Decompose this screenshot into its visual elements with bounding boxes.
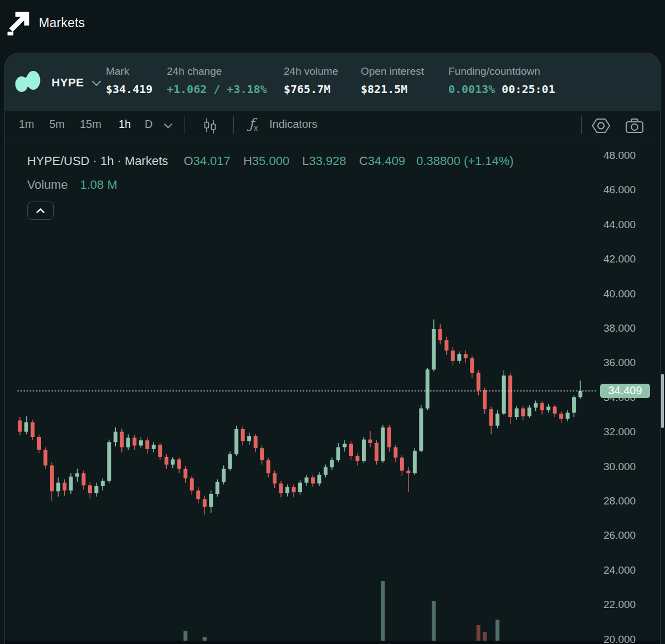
candle-body xyxy=(444,340,448,351)
candle-body xyxy=(375,443,378,461)
close-value: 34.409 xyxy=(368,154,405,168)
candle-body xyxy=(50,465,54,491)
candle-body xyxy=(572,397,576,413)
volume-label[interactable]: Volume xyxy=(27,178,68,192)
candle-body xyxy=(63,483,66,491)
candle-body xyxy=(349,444,353,456)
collapse-legend-button[interactable] xyxy=(27,202,54,220)
candle-body xyxy=(94,486,98,493)
candle-body xyxy=(528,408,531,416)
axis-tick-label: 24.000 xyxy=(603,564,636,576)
candle-body xyxy=(502,375,506,414)
axis-tick-label: 30.000 xyxy=(603,461,636,472)
candle-body xyxy=(107,442,111,481)
chart-legend: HYPE/USD · 1h · Markets O34.017 H35.000 … xyxy=(27,154,514,192)
candle-body xyxy=(559,414,563,419)
candle-body xyxy=(515,409,519,418)
close-label: C xyxy=(359,154,368,168)
candle-body xyxy=(426,369,429,408)
axis-tick-label: 28.000 xyxy=(603,495,636,507)
axis-tick-label: 42.000 xyxy=(603,253,636,265)
candle-body xyxy=(171,460,175,465)
arrow-logo-icon xyxy=(6,10,31,35)
volume-bar xyxy=(203,637,207,641)
candle-body xyxy=(37,437,41,450)
candle-body xyxy=(247,436,251,441)
candle-body xyxy=(24,422,28,431)
axis-tick-label: 44.000 xyxy=(603,219,636,230)
candle-body xyxy=(324,467,328,475)
change-value: 0.38800 (+1.14%) xyxy=(416,154,514,168)
candle-body xyxy=(362,440,366,461)
bottom-band xyxy=(5,641,661,644)
candle-body xyxy=(342,444,346,447)
candle-body xyxy=(114,432,117,442)
candle-body xyxy=(298,483,302,492)
candle-body xyxy=(579,391,582,397)
candle-body xyxy=(30,422,34,437)
legend-symbol[interactable]: HYPE/USD · 1h · Markets xyxy=(27,154,168,168)
candle-body xyxy=(177,460,181,469)
candle-body xyxy=(145,440,149,449)
candle-body xyxy=(464,354,468,358)
price-chart[interactable]: 48.00046.00044.00042.00040.00038.00036.0… xyxy=(5,53,661,644)
candle-body xyxy=(234,429,238,454)
candle-body xyxy=(120,432,124,447)
candle-body xyxy=(69,477,73,491)
volume-value: 1.08 M xyxy=(80,178,117,192)
candle-body xyxy=(521,409,525,416)
scrollbar-thumb[interactable] xyxy=(661,374,664,428)
candle-body xyxy=(139,440,143,445)
low-value: 33.928 xyxy=(309,154,346,168)
candle-body xyxy=(285,487,289,493)
candle-body xyxy=(158,445,162,457)
last-price-tag-value: 34.409 xyxy=(608,384,642,396)
brand[interactable]: Markets xyxy=(6,10,85,35)
candle-body xyxy=(553,406,557,413)
candle-body xyxy=(241,429,245,441)
volume-bar xyxy=(183,631,187,641)
volume-bar xyxy=(477,625,480,641)
candle-body xyxy=(18,420,22,431)
page-title: Markets xyxy=(39,16,85,30)
open-label: O xyxy=(183,154,193,168)
axis-tick-label: 48.000 xyxy=(603,150,636,161)
candle-body xyxy=(267,460,270,473)
candle-body xyxy=(273,473,277,484)
candle-body xyxy=(508,375,512,417)
candle-body xyxy=(101,481,105,486)
candle-body xyxy=(88,485,92,493)
candle-body xyxy=(438,329,442,340)
candle-body xyxy=(318,475,321,484)
volume-bar xyxy=(381,581,385,641)
candle-body xyxy=(152,445,156,449)
candle-body xyxy=(387,427,391,447)
candle-body xyxy=(292,487,296,492)
candle-body xyxy=(260,448,264,460)
axis-tick-label: 38.000 xyxy=(603,322,636,334)
candle-body xyxy=(566,413,570,419)
candle-body xyxy=(540,403,544,410)
candle-body xyxy=(419,409,423,451)
candle-body xyxy=(56,483,60,492)
axis-tick-label: 20.000 xyxy=(603,633,636,644)
axis-tick-label: 22.000 xyxy=(603,599,636,610)
candle-body xyxy=(330,460,334,467)
candle-body xyxy=(311,477,315,483)
candle-body xyxy=(413,451,417,473)
candle-body xyxy=(183,469,187,478)
axis-tick-label: 40.000 xyxy=(603,288,636,300)
candle-body xyxy=(534,403,538,408)
candle-body xyxy=(75,473,79,477)
candle-body xyxy=(254,436,258,448)
axis-tick-label: 46.000 xyxy=(603,184,636,195)
top-bar: Markets xyxy=(0,0,665,53)
candle-body xyxy=(477,373,480,390)
axis-tick-label: 32.000 xyxy=(603,426,636,437)
candle-body xyxy=(451,351,455,361)
candle-body xyxy=(228,454,232,469)
candle-body xyxy=(393,447,397,458)
candle-body xyxy=(432,329,436,369)
candle-body xyxy=(495,414,499,426)
axis-tick-label: 26.000 xyxy=(603,529,636,541)
